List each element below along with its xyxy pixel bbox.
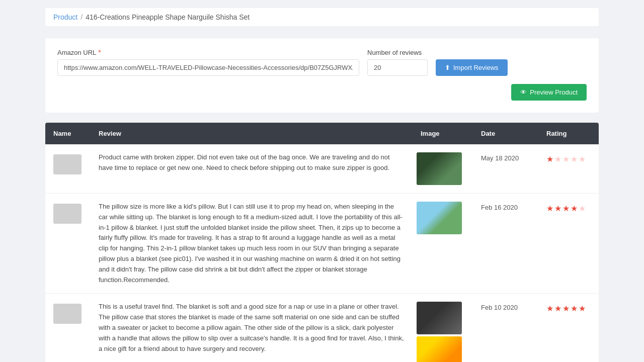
review-cell-3: This is a useful travel find. The blanke…: [91, 302, 413, 354]
col-header-name: Name: [45, 123, 91, 144]
rating-cell-1: ★ ★ ★ ★ ★: [538, 152, 599, 164]
star-icon: ★: [546, 304, 553, 313]
review-cell-2: The pillow size is more like a kid's pil…: [91, 202, 413, 285]
breadcrumb-separator: /: [80, 13, 83, 21]
star-empty-icon: ★: [579, 154, 586, 164]
col-header-rating: Rating: [538, 123, 599, 144]
star-empty-icon: ★: [579, 204, 586, 213]
breadcrumb: Product / 416-Creations Pineapple Shape …: [45, 8, 599, 26]
form-section: Amazon URL * Number of reviews ⬆ Import …: [45, 38, 599, 113]
stars-2: ★ ★ ★ ★ ★: [546, 204, 586, 213]
avatar-2: [53, 204, 82, 224]
import-reviews-button[interactable]: ⬆ Import Reviews: [436, 59, 508, 76]
star-icon: ★: [562, 304, 570, 313]
breadcrumb-product-link[interactable]: Product: [53, 13, 77, 21]
col-header-review: Review: [91, 123, 413, 144]
date-cell-1: May 18 2020: [473, 152, 538, 162]
date-cell-3: Feb 10 2020: [473, 302, 538, 311]
avatar-cell-1: [45, 152, 91, 174]
product-image-1: [417, 152, 462, 185]
avatar-cell-3: [45, 302, 91, 324]
num-reviews-input[interactable]: [367, 59, 428, 76]
table-row: Product came with broken zipper. Did not…: [45, 144, 599, 194]
image-cell-3: [413, 302, 473, 362]
breadcrumb-current-page: 416-Creations Pineapple Shape Narguile S…: [86, 13, 250, 21]
product-image-2: [417, 202, 462, 234]
num-reviews-group: Number of reviews: [367, 49, 428, 76]
product-image-3b: [417, 336, 462, 362]
avatar-3: [53, 304, 82, 324]
star-icon: ★: [571, 304, 578, 313]
table-row: This is a useful travel find. The blanke…: [45, 294, 599, 362]
stars-3: ★ ★ ★ ★ ★: [546, 304, 586, 313]
num-reviews-label: Number of reviews: [367, 49, 428, 56]
col-header-image: Image: [413, 123, 473, 144]
rating-cell-2: ★ ★ ★ ★ ★: [538, 202, 599, 213]
rating-cell-3: ★ ★ ★ ★ ★: [538, 302, 599, 313]
upload-icon: ⬆: [445, 64, 450, 71]
star-icon: ★: [571, 204, 578, 213]
stars-1: ★ ★ ★ ★ ★: [546, 154, 586, 164]
star-empty-icon: ★: [562, 154, 570, 164]
star-icon: ★: [554, 304, 561, 313]
required-star: *: [98, 48, 101, 56]
image-cell-1: [413, 152, 473, 185]
star-icon: ★: [546, 154, 553, 164]
preview-product-label: Preview Product: [530, 88, 578, 96]
date-cell-2: Feb 16 2020: [473, 202, 538, 211]
table-row: The pillow size is more like a kid's pil…: [45, 194, 599, 294]
preview-row: 👁 Preview Product: [57, 84, 587, 101]
star-icon: ★: [579, 304, 586, 313]
star-icon: ★: [546, 204, 553, 213]
import-reviews-label: Import Reviews: [453, 64, 499, 71]
avatar-1: [53, 154, 82, 174]
review-cell-1: Product came with broken zipper. Did not…: [91, 152, 413, 173]
eye-icon: 👁: [520, 88, 527, 96]
form-row-inputs: Amazon URL * Number of reviews ⬆ Import …: [57, 48, 587, 76]
star-empty-icon: ★: [571, 154, 578, 164]
amazon-url-group: Amazon URL *: [57, 48, 359, 76]
avatar-cell-2: [45, 202, 91, 224]
table-header: Name Review Image Date Rating: [45, 123, 599, 144]
amazon-url-input[interactable]: [57, 59, 359, 76]
star-icon: ★: [562, 204, 570, 213]
star-empty-icon: ★: [554, 154, 561, 164]
amazon-url-label: Amazon URL *: [57, 48, 359, 56]
product-image-3a: [417, 302, 462, 334]
preview-product-button[interactable]: 👁 Preview Product: [511, 84, 587, 101]
col-header-date: Date: [473, 123, 538, 144]
star-icon: ★: [554, 204, 561, 213]
reviews-table: Name Review Image Date Rating Product ca…: [45, 123, 599, 362]
image-cell-2: [413, 202, 473, 234]
